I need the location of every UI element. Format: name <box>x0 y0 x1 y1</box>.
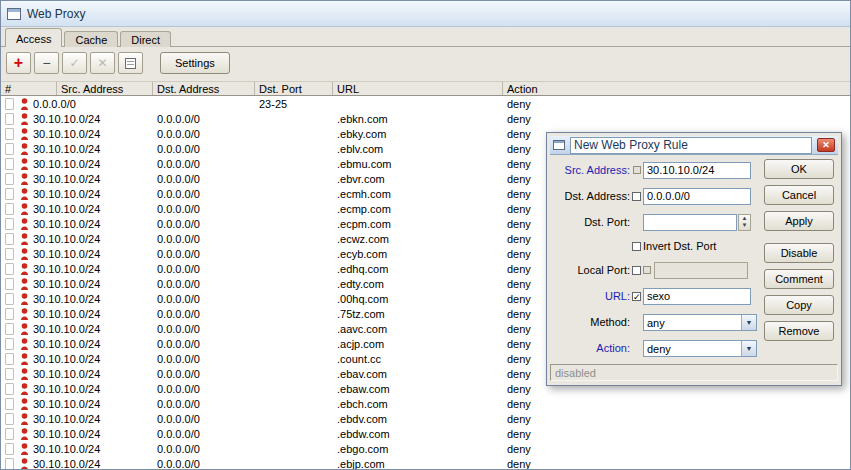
row-select-box[interactable] <box>5 398 14 410</box>
add-rule-button[interactable]: + <box>6 52 31 74</box>
row-select-box[interactable] <box>5 353 14 365</box>
col-src-address[interactable]: Src. Address <box>57 82 153 95</box>
deny-rule-icon <box>20 323 29 335</box>
cell-action: deny <box>503 442 850 456</box>
remove-button[interactable]: Remove <box>764 321 834 341</box>
tab-cache[interactable]: Cache <box>64 31 118 47</box>
deny-rule-icon <box>20 278 29 290</box>
row-select-box[interactable] <box>5 233 14 245</box>
row-select-box[interactable] <box>5 158 14 170</box>
cell-src-address: 30.10.10.0/24 <box>33 112 100 126</box>
dialog-titlebar[interactable]: New Web Proxy Rule ✕ <box>550 136 838 155</box>
row-select-box[interactable] <box>5 323 14 335</box>
spin-up-icon[interactable]: ▲ <box>739 215 750 223</box>
row-select-box[interactable] <box>5 458 14 470</box>
row-select-box[interactable] <box>5 413 14 425</box>
disable-button[interactable]: Disable <box>764 243 834 263</box>
tab-direct[interactable]: Direct <box>120 31 171 47</box>
col-url[interactable]: URL <box>333 82 503 95</box>
tab-access[interactable]: Access <box>5 28 62 47</box>
dialog-title: New Web Proxy Rule <box>570 137 812 154</box>
cell-dst-address: 0.0.0.0/0 <box>153 127 255 141</box>
spin-down-icon[interactable]: ▼ <box>739 222 750 230</box>
cell-url: .edty.com <box>333 277 503 291</box>
row-select-box[interactable] <box>5 143 14 155</box>
cell-dst-address: 0.0.0.0/0 <box>153 367 255 381</box>
table-row[interactable]: 0.0.0.0/0 23-25 deny <box>1 96 850 111</box>
col-dst-port[interactable]: Dst. Port <box>255 82 333 95</box>
src-address-input[interactable] <box>643 162 751 179</box>
row-select-box[interactable] <box>5 263 14 275</box>
remove-rule-button[interactable]: − <box>34 52 59 74</box>
table-row[interactable]: 30.10.10.0/24 0.0.0.0/0 .ebdv.com deny <box>1 411 850 426</box>
row-select-box[interactable] <box>5 308 14 320</box>
row-select-box[interactable] <box>5 188 14 200</box>
dropdown-arrow-icon[interactable]: ▼ <box>741 341 756 356</box>
method-label: Method: <box>550 316 630 328</box>
action-dropdown[interactable]: deny ▼ <box>643 340 757 357</box>
col-action[interactable]: Action <box>503 82 850 95</box>
row-select-box[interactable] <box>5 218 14 230</box>
invert-dst-port-checkbox[interactable] <box>632 242 641 251</box>
enable-rule-button[interactable]: ✓ <box>62 52 87 74</box>
disable-rule-button[interactable]: ✕ <box>90 52 115 74</box>
deny-rule-icon <box>20 368 29 380</box>
row-select-box[interactable] <box>5 278 14 290</box>
local-port-not-toggle[interactable] <box>643 266 651 274</box>
row-select-box[interactable] <box>5 98 14 110</box>
cancel-button[interactable]: Cancel <box>764 185 834 205</box>
cell-src-address: 30.10.10.0/24 <box>33 442 100 456</box>
dst-address-input[interactable] <box>643 188 751 205</box>
col-dst-address[interactable]: Dst. Address <box>153 82 255 95</box>
row-select-box[interactable] <box>5 368 14 380</box>
deny-rule-icon <box>20 203 29 215</box>
ok-button[interactable]: OK <box>764 159 834 179</box>
row-select-box[interactable] <box>5 173 14 185</box>
dst-port-spinner[interactable]: ▲ ▼ <box>738 214 751 231</box>
cell-url: .ebgo.com <box>333 442 503 456</box>
table-row[interactable]: 30.10.10.0/24 0.0.0.0/0 .ebgo.com deny <box>1 441 850 456</box>
method-dropdown[interactable]: any ▼ <box>643 314 757 331</box>
local-port-checkbox[interactable] <box>632 266 641 275</box>
row-select-box[interactable] <box>5 293 14 305</box>
row-select-box[interactable] <box>5 248 14 260</box>
window-titlebar[interactable]: Web Proxy <box>1 1 850 27</box>
comment-button[interactable]: Comment <box>764 269 834 289</box>
deny-rule-icon <box>20 248 29 260</box>
tabstrip: Access Cache Direct <box>5 28 171 47</box>
cell-src-address: 30.10.10.0/24 <box>33 322 100 336</box>
dst-port-label: Dst. Port: <box>550 216 630 228</box>
row-select-box[interactable] <box>5 113 14 125</box>
copy-button[interactable]: Copy <box>764 295 834 315</box>
apply-button[interactable]: Apply <box>764 211 834 231</box>
deny-rule-icon <box>20 143 29 155</box>
src-address-not-toggle[interactable] <box>633 166 641 174</box>
url-checkbox[interactable]: ✓ <box>632 292 641 301</box>
table-row[interactable]: 30.10.10.0/24 0.0.0.0/0 .ebjp.com deny <box>1 456 850 469</box>
settings-button[interactable]: Settings <box>160 52 230 74</box>
plus-icon: + <box>14 55 23 71</box>
cell-url: .aavc.com <box>333 322 503 336</box>
row-select-box[interactable] <box>5 383 14 395</box>
web-proxy-window: Web Proxy Access Cache Direct + − ✓ ✕ Se… <box>0 0 851 470</box>
deny-rule-icon <box>20 428 29 440</box>
row-select-box[interactable] <box>5 128 14 140</box>
url-input[interactable] <box>643 288 751 305</box>
cell-src-address: 30.10.10.0/24 <box>33 397 100 411</box>
row-select-box[interactable] <box>5 338 14 350</box>
row-select-box[interactable] <box>5 203 14 215</box>
dst-port-input[interactable] <box>643 214 737 231</box>
dst-address-checkbox[interactable] <box>632 192 641 201</box>
comment-button[interactable] <box>118 52 143 74</box>
col-number[interactable]: # <box>1 82 57 95</box>
table-row[interactable]: 30.10.10.0/24 0.0.0.0/0 .ebdw.com deny <box>1 426 850 441</box>
dropdown-arrow-icon[interactable]: ▼ <box>741 315 756 330</box>
table-row[interactable]: 30.10.10.0/24 0.0.0.0/0 .ebch.com deny <box>1 396 850 411</box>
close-button[interactable]: ✕ <box>817 138 835 152</box>
cell-dst-address: 0.0.0.0/0 <box>153 307 255 321</box>
table-row[interactable]: 30.10.10.0/24 0.0.0.0/0 .ebkn.com deny <box>1 111 850 126</box>
row-select-box[interactable] <box>5 428 14 440</box>
row-select-box[interactable] <box>5 443 14 455</box>
cell-dst-address: 0.0.0.0/0 <box>153 262 255 276</box>
dialog-icon <box>553 140 565 150</box>
